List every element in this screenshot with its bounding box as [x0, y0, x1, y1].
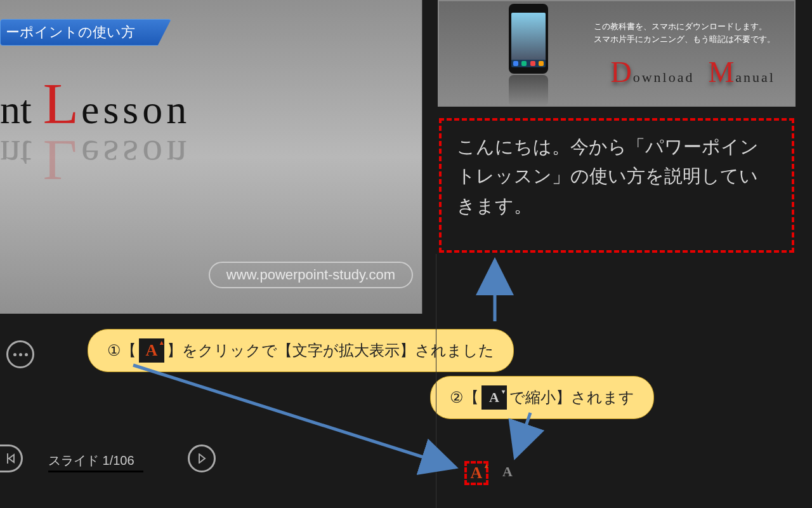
font-decrease-icon-inline: A	[481, 385, 507, 410]
dock-icon-2	[521, 61, 527, 66]
slide-counter-text: スライド 1/106	[48, 452, 143, 472]
reflection-initial: L	[43, 127, 79, 194]
download-desc-line1: この教科書を、スマホにダウンロードします。	[594, 20, 775, 33]
download-description: この教科書を、スマホにダウンロードします。 スマホ片手にカンニング、もう暗記は不…	[594, 20, 775, 45]
dock-icon-3	[530, 61, 535, 66]
reflection-tail: esson	[81, 131, 190, 178]
dl-ownload-text: ownload	[633, 69, 695, 86]
callout-2-post: で縮小】されます	[509, 387, 634, 408]
font-increase-button[interactable]: A	[464, 461, 488, 485]
dock-icon-4	[539, 61, 544, 66]
font-decrease-button[interactable]: A	[502, 464, 812, 480]
dock-icon-1	[513, 61, 518, 66]
svg-line-2	[515, 413, 530, 457]
lesson-prefix: nt	[0, 86, 32, 133]
slide-counter: スライド 1/106	[48, 452, 143, 472]
phone-reflection	[509, 75, 548, 107]
play-button[interactable]	[188, 444, 216, 472]
callout-1-post: 】をクリックで【文字が拡大表示】されました	[167, 340, 494, 361]
callout-2-pre: ②【	[450, 387, 479, 408]
slide-url: www.powerpoint-study.com	[209, 262, 413, 288]
callout-1-pre: ①【	[107, 340, 136, 361]
phone-mockup	[509, 4, 548, 74]
download-manual-title: D ownload M anual	[610, 55, 775, 89]
download-desc-line2: スマホ片手にカンニング、もう暗記は不要です。	[594, 33, 775, 46]
callout-1: ①【 A 】をクリックで【文字が拡大表示】されました	[88, 329, 514, 372]
vertical-divider	[436, 254, 436, 508]
more-icon	[13, 353, 28, 356]
phone-dock	[511, 60, 546, 67]
dl-d-letter: D	[610, 55, 631, 89]
previous-slide-button[interactable]	[0, 444, 23, 472]
download-manual-thumbnail: この教科書を、スマホにダウンロードします。 スマホ片手にカンニング、もう暗記は不…	[438, 0, 796, 107]
notes-highlight-box: こんにちは。今から「パワーポイントレッスン」の使い方を説明していきます。	[439, 118, 794, 253]
more-options-button[interactable]	[6, 340, 34, 368]
phone-screen	[511, 13, 546, 61]
svg-line-1	[133, 365, 455, 467]
play-icon	[197, 453, 206, 464]
dl-m-letter: M	[708, 55, 734, 89]
font-increase-icon-inline: A	[139, 338, 164, 363]
notes-text: こんにちは。今から「パワーポイントレッスン」の使い方を説明していきます。	[457, 132, 776, 220]
lesson-tail: esson	[81, 86, 190, 133]
prev-icon	[6, 453, 15, 464]
reflection-prefix: nt	[0, 131, 32, 178]
slide-preview: ーポイントの使い方 nt L esson nt L esson www.powe…	[0, 0, 422, 314]
dl-anual-text: anual	[735, 69, 775, 86]
callout-2: ②【 A で縮小】されます	[430, 376, 654, 419]
slide-title-tab: ーポイントの使い方	[0, 19, 171, 46]
slide-heading-reflection: nt L esson	[0, 127, 190, 194]
